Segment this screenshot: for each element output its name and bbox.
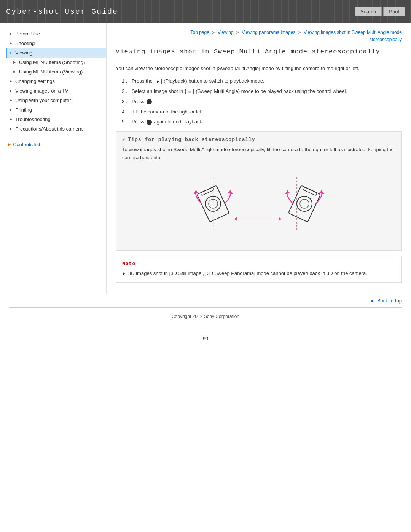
- back-to-top-link[interactable]: Back to top: [370, 298, 402, 304]
- header-buttons: Search Print: [355, 7, 405, 16]
- svg-marker-5: [193, 190, 199, 194]
- sidebar-item-label: Using MENU items (Viewing): [19, 69, 83, 75]
- sidebar-divider: [6, 136, 103, 136]
- page-number: 89: [0, 333, 411, 345]
- sidebar-item-label: Before Use: [15, 31, 40, 37]
- content-area: Top page > Viewing > Viewing panorama im…: [107, 23, 411, 294]
- step-3-dot: .: [154, 99, 156, 104]
- step-5: 5 . Press again to end playback.: [122, 118, 402, 126]
- playback-icon: [155, 79, 162, 84]
- arrow-icon: ►: [13, 60, 17, 64]
- app-title: Cyber-shot User Guide: [6, 7, 118, 16]
- sidebar-item-changing-settings[interactable]: ► Changing settings: [6, 77, 106, 86]
- intro-text: You can view the stereoscopic images sho…: [116, 65, 402, 73]
- breadcrumb-sweep[interactable]: Viewing images shot in Sweep Multi Angle…: [304, 30, 402, 35]
- tips-icon: ⚡: [122, 136, 126, 143]
- arrow-icon: ►: [9, 126, 13, 131]
- step-1-text: (Playback) button to switch to playback …: [164, 78, 264, 84]
- sidebar-item-menu-viewing[interactable]: ► Using MENU items (Viewing): [6, 67, 106, 77]
- sidebar-item-label: Using with your computer: [15, 97, 71, 103]
- sidebar-item-troubleshooting[interactable]: ► Troubleshooting: [6, 115, 106, 124]
- print-button[interactable]: Print: [383, 7, 405, 16]
- svg-marker-6: [228, 190, 233, 194]
- circle-button-icon: [147, 99, 152, 104]
- steps-list: 1 . Press the (Playback) button to switc…: [122, 77, 402, 126]
- header: Cyber-shot User Guide Search Print: [0, 0, 411, 23]
- sidebar-item-viewing[interactable]: ► Viewing: [6, 48, 106, 58]
- svg-marker-15: [285, 190, 290, 194]
- svg-marker-8: [234, 217, 237, 221]
- step-1: 1 . Press the (Playback) button to switc…: [122, 77, 402, 85]
- back-to-top-container: Back to top: [0, 294, 411, 307]
- contents-list-label: Contents list: [13, 142, 40, 147]
- sidebar-item-label: Troubleshooting: [15, 117, 51, 122]
- sidebar-item-label: Printing: [15, 107, 32, 113]
- sidebar-item-shooting[interactable]: ► Shooting: [6, 38, 106, 48]
- svg-marker-16: [319, 190, 324, 194]
- 3d-icon: 3D: [185, 89, 194, 94]
- sidebar-item-menu-shooting[interactable]: ► Using MENU items (Shooting): [6, 58, 106, 67]
- arrow-icon: ►: [13, 69, 17, 74]
- arrow-icon: ►: [9, 41, 13, 45]
- note-item-1: 3D images shot in [3D Still Image], [3D …: [122, 270, 395, 278]
- breadcrumb: Top page > Viewing > Viewing panorama im…: [116, 29, 402, 43]
- step-3-text: Press: [132, 99, 146, 104]
- sidebar-item-printing[interactable]: ► Printing: [6, 105, 106, 115]
- breadcrumb-viewing[interactable]: Viewing: [218, 30, 234, 35]
- arrow-icon: ►: [9, 107, 13, 112]
- breadcrumb-panorama[interactable]: Viewing panorama images: [242, 30, 295, 35]
- sidebar: ► Before Use ► Shooting ► Viewing ► Usin…: [0, 23, 107, 294]
- copyright-text: Copyright 2012 Sony Corporation: [172, 314, 239, 319]
- tips-box: ⚡ Tips for playing back stereoscopically…: [116, 131, 402, 251]
- breadcrumb-top[interactable]: Top page: [191, 30, 209, 35]
- svg-point-13: [298, 198, 311, 210]
- sidebar-item-label: Viewing: [15, 50, 32, 56]
- breadcrumb-stereo[interactable]: stereoscopically: [370, 37, 402, 42]
- sidebar-item-computer[interactable]: ► Using with your computer: [6, 96, 106, 105]
- sidebar-item-label: Precautions/About this camera: [15, 126, 83, 132]
- back-to-top-label: Back to top: [377, 298, 402, 304]
- sidebar-item-tv[interactable]: ► Viewing images on a TV: [6, 86, 106, 96]
- svg-point-12: [294, 193, 314, 214]
- tilt-illustration-svg: [190, 173, 327, 234]
- arrow-icon: ►: [9, 50, 13, 55]
- svg-rect-14: [303, 187, 317, 195]
- svg-rect-3: [201, 187, 214, 195]
- sidebar-item-precautions[interactable]: ► Precautions/About this camera: [6, 124, 106, 134]
- note-box: Note 3D images shot in [3D Still Image],…: [116, 256, 402, 283]
- tips-text: To view images shot in Sweep Multi Angle…: [122, 146, 395, 162]
- tips-title: ⚡ Tips for playing back stereoscopically: [122, 136, 395, 143]
- sidebar-item-label: Shooting: [15, 40, 35, 46]
- svg-point-1: [203, 193, 223, 214]
- step-4: 4 . Tilt the camera to the right or left…: [122, 108, 402, 116]
- step-1-prefix: Press the: [132, 78, 154, 84]
- sidebar-item-label: Using MENU items (Shooting): [19, 59, 85, 65]
- step-3: 3 . Press .: [122, 98, 402, 106]
- arrow-icon: ►: [9, 98, 13, 102]
- sidebar-item-label: Viewing images on a TV: [15, 88, 68, 94]
- svg-marker-9: [279, 217, 282, 221]
- footer: Copyright 2012 Sony Corporation: [0, 308, 411, 325]
- arrow-icon: ►: [9, 117, 13, 121]
- arrow-icon: ►: [9, 88, 13, 93]
- step-4-text: Tilt the camera to the right or left.: [132, 109, 204, 115]
- sidebar-item-before-use[interactable]: ► Before Use: [6, 29, 106, 38]
- step-2: 2 . Select an image shot in 3D (Sweep Mu…: [122, 88, 402, 96]
- main-layout: ► Before Use ► Shooting ► Viewing ► Usin…: [0, 23, 411, 294]
- arrow-icon: ►: [9, 79, 13, 83]
- step-5-prefix: Press: [132, 119, 146, 125]
- page-title: Viewing images shot in Sweep Multi Angle…: [116, 48, 402, 59]
- sidebar-item-label: Changing settings: [15, 78, 55, 84]
- search-button[interactable]: Search: [355, 7, 382, 16]
- step-2-prefix: Select an image shot in: [132, 88, 185, 94]
- contents-list-link[interactable]: Contents list: [6, 139, 106, 149]
- camera-illustration: [122, 166, 395, 242]
- step-5-text: again to end playback.: [154, 119, 204, 125]
- step-2-text: (Sweep Multi Angle) mode to be played ba…: [196, 88, 347, 94]
- arrow-right-icon: [8, 143, 11, 147]
- note-title: Note: [122, 261, 395, 267]
- arrow-icon: ►: [9, 31, 13, 36]
- circle-button-icon-2: [147, 120, 152, 125]
- triangle-icon: [370, 300, 374, 302]
